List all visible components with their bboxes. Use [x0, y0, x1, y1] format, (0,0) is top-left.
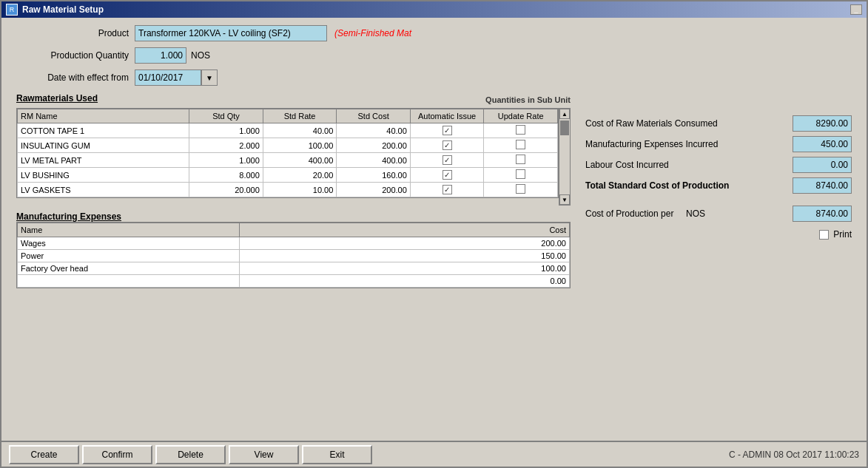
mfg-cost: 100.00	[240, 262, 570, 275]
rm-auto-issue-cell	[410, 153, 484, 168]
exit-button[interactable]: Exit	[302, 445, 372, 464]
rm-std-cost: 400.00	[337, 153, 411, 168]
rm-std-cost: 200.00	[337, 138, 411, 153]
scroll-down-arrow[interactable]: ▼	[559, 194, 570, 205]
window-title: Raw Material Setup	[22, 4, 104, 15]
rm-update-rate-cell	[484, 138, 558, 153]
production-qty-input[interactable]	[135, 47, 186, 64]
date-label: Date with effect from	[16, 72, 135, 83]
mfg-name: Factory Over head	[18, 262, 240, 275]
raw-materials-cost-value[interactable]	[793, 115, 852, 132]
rm-std-cost: 40.00	[337, 123, 411, 138]
mfg-name: Power	[18, 250, 240, 262]
table-row: 0.00	[18, 275, 570, 288]
date-dropdown-button[interactable]: ▼	[201, 69, 218, 86]
col-auto-issue: Automatic Issue	[410, 109, 484, 123]
rm-std-rate: 100.00	[263, 138, 337, 153]
quantities-label: Quantities in Sub Unit	[485, 95, 571, 104]
rm-name: LV METAL PART	[18, 153, 189, 168]
mfg-expenses-cost-label: Manufacturing Expenses Incurred	[585, 139, 793, 149]
rm-update-rate-cell	[484, 168, 558, 183]
table-row: INSULATING GUM 2.000 100.00 200.00	[18, 138, 558, 153]
cost-per-row: Cost of Production per NOS	[585, 206, 852, 222]
col-update-rate: Update Rate	[484, 109, 558, 123]
table-row: Power 150.00	[18, 250, 570, 262]
rm-std-cost: 200.00	[337, 183, 411, 197]
right-panel: Cost of Raw Materials Consumed Manufactu…	[585, 93, 852, 288]
product-input[interactable]	[135, 25, 327, 41]
rm-std-qty: 1.000	[189, 123, 263, 138]
total-std-cost-value[interactable]	[793, 177, 852, 194]
minimize-button[interactable]: _	[850, 4, 862, 15]
rm-std-rate: 400.00	[263, 153, 337, 168]
mfg-name	[18, 275, 240, 288]
rm-update-rate-cell	[484, 123, 558, 138]
raw-materials-cost-label: Cost of Raw Materials Consumed	[585, 118, 793, 129]
mfg-cost: 0.00	[240, 275, 570, 288]
total-std-cost-label: Total Standard Cost of Production	[585, 180, 793, 191]
col-mfg-name: Name	[18, 223, 240, 237]
footer-status: C - ADMIN 08 Oct 2017 11:00:23	[729, 450, 859, 460]
rawmaterials-table-container: RM Name Std Qty Std Rate Std Cost Automa…	[16, 108, 559, 198]
main-content: Rawmaterials Used Quantities in Sub Unit…	[16, 93, 852, 288]
auto-issue-checkbox[interactable]	[443, 185, 452, 194]
scroll-up-arrow[interactable]: ▲	[559, 109, 570, 119]
rm-std-qty: 8.000	[189, 168, 263, 183]
update-rate-checkbox[interactable]	[516, 169, 525, 179]
rm-std-qty: 20.000	[189, 183, 263, 197]
content-area: Product (Semi-Finished Mat Production Qu…	[1, 18, 867, 441]
table-row: Wages 200.00	[18, 237, 570, 250]
update-rate-checkbox[interactable]	[516, 184, 525, 194]
scroll-thumb[interactable]	[560, 121, 569, 135]
col-rm-name: RM Name	[18, 109, 189, 123]
app-icon: R	[6, 4, 18, 16]
auto-issue-checkbox[interactable]	[443, 126, 452, 135]
rm-name: COTTON TAPE 1	[18, 123, 189, 138]
col-std-rate: Std Rate	[263, 109, 337, 123]
rm-name: LV BUSHING	[18, 168, 189, 183]
title-bar: R Raw Material Setup _	[1, 1, 867, 18]
create-button[interactable]: Create	[9, 445, 79, 464]
product-label: Product	[16, 28, 135, 38]
cost-per-label: Cost of Production per NOS	[585, 208, 793, 219]
col-std-cost: Std Cost	[337, 109, 411, 123]
rm-name: LV GASKETS	[18, 183, 189, 197]
col-std-qty: Std Qty	[189, 109, 263, 123]
rm-std-qty: 1.000	[189, 153, 263, 168]
semi-finished-label: (Semi-Finished Mat	[334, 28, 411, 38]
mfg-table-container: Name Cost Wages 200.00 Power 150.00 Fact…	[16, 222, 571, 288]
product-row: Product (Semi-Finished Mat	[16, 25, 852, 41]
auto-issue-checkbox[interactable]	[443, 140, 452, 150]
auto-issue-checkbox[interactable]	[443, 155, 452, 165]
cost-per-value[interactable]	[793, 206, 852, 222]
table-row: LV METAL PART 1.000 400.00 400.00	[18, 153, 558, 168]
mfg-expenses-cost-row: Manufacturing Expenses Incurred	[585, 136, 852, 152]
labour-cost-label: Labour Cost Incurred	[585, 160, 793, 170]
rm-auto-issue-cell	[410, 123, 484, 138]
mfg-name: Wages	[18, 237, 240, 250]
delete-button[interactable]: Delete	[155, 445, 226, 464]
rawmaterials-title: Rawmaterials Used	[16, 93, 98, 104]
labour-cost-value[interactable]	[793, 157, 852, 173]
date-input[interactable]	[135, 69, 201, 86]
mfg-expenses-cost-value[interactable]	[793, 136, 852, 152]
rm-update-rate-cell	[484, 153, 558, 168]
footer-buttons: Create Confirm Delete View Exit	[9, 445, 372, 464]
update-rate-checkbox[interactable]	[516, 140, 525, 149]
rm-std-cost: 160.00	[337, 168, 411, 183]
col-mfg-cost: Cost	[240, 223, 570, 237]
left-panel: Rawmaterials Used Quantities in Sub Unit…	[16, 93, 571, 288]
update-rate-checkbox[interactable]	[516, 155, 525, 164]
rm-scrollbar[interactable]: ▲ ▼	[559, 108, 571, 206]
update-rate-checkbox[interactable]	[516, 125, 525, 135]
view-button[interactable]: View	[229, 445, 299, 464]
print-checkbox[interactable]	[819, 230, 829, 240]
rawmaterials-table-wrapper: RM Name Std Qty Std Rate Std Cost Automa…	[16, 108, 571, 206]
main-window: R Raw Material Setup _ Product (Semi-Fin…	[0, 0, 868, 468]
mfg-cost: 150.00	[240, 250, 570, 262]
print-row: Print	[585, 229, 852, 240]
print-label: Print	[833, 229, 852, 240]
production-qty-label: Production Quantity	[16, 50, 135, 61]
confirm-button[interactable]: Confirm	[82, 445, 152, 464]
auto-issue-checkbox[interactable]	[443, 170, 452, 180]
